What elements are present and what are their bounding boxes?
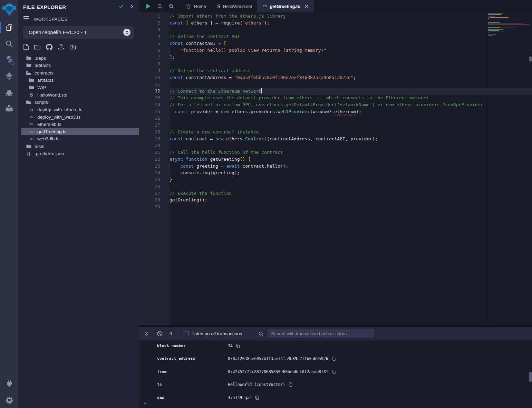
chevron-right-icon[interactable] — [129, 4, 134, 10]
line-number: 1 — [139, 13, 170, 20]
new-file-icon[interactable] — [23, 43, 29, 50]
code-line-29 — [170, 204, 532, 211]
workspace-select[interactable]: OpenZeppelin ERC20 - 1 — [23, 26, 134, 39]
folder-icon — [28, 78, 35, 82]
workspace-selected-value: OpenZeppelin ERC20 - 1 — [29, 29, 123, 35]
tree-item-getgreeting-ts[interactable]: TSgetGreeting.ts — [21, 128, 139, 135]
copy-icon[interactable] — [236, 344, 240, 348]
code-line-22: async function getGreeting() { — [170, 157, 532, 163]
activity-search[interactable] — [0, 36, 18, 52]
tree-item-artifacts[interactable]: artifacts — [21, 62, 139, 69]
run-script-button[interactable] — [145, 3, 151, 9]
code-line-23: const greeting = await contract.hello(); — [170, 163, 532, 170]
activity-solidity-compiler[interactable] — [0, 52, 18, 68]
ethereum-icon — [5, 72, 13, 81]
tree-item-ethers-lib-ts[interactable]: TSethers-lib.ts — [21, 121, 139, 128]
typescript-file-icon: TS — [28, 108, 35, 111]
editor-minimap[interactable] — [488, 12, 529, 325]
terminal-row-value: 0x42452c22c88178685850e68beb6cf0f2aeab8f… — [228, 369, 336, 374]
activity-settings[interactable] — [0, 392, 18, 408]
tree-item-wip[interactable]: WIP — [21, 84, 139, 91]
typescript-file-icon: TS — [28, 122, 35, 126]
code-editor[interactable]: 1234567891011121314151617181920212223242… — [139, 12, 532, 325]
line-number: 13 — [139, 95, 170, 102]
terminal-prompt: > — [144, 401, 146, 406]
terminal-search-input[interactable] — [268, 329, 374, 338]
copy-icon[interactable] — [255, 395, 259, 400]
tree-item-helloworld-sol[interactable]: SHelloWorld.sol — [21, 91, 139, 98]
typescript-file-icon: TS — [263, 4, 267, 8]
folder-open-icon — [25, 100, 32, 105]
plug-icon — [5, 380, 13, 388]
file-tree: .depsartifactscontractsartifactsWIPSHell… — [18, 52, 139, 157]
tree-item-label: deploy_with_ethers.ts — [37, 107, 83, 112]
chevrons-down-icon[interactable] — [144, 331, 149, 337]
terminal-row-to: toHelloWorld.(constructor) — [157, 382, 532, 395]
activity-file-explorer[interactable] — [0, 19, 18, 36]
code-line-4: // Define the contract ABI — [170, 34, 532, 41]
terminal-row-label: from — [157, 369, 228, 374]
tree-item-deploy-with-web3-ts[interactable]: TSdeploy_with_web3.ts — [21, 113, 139, 120]
tree-item-label: artifacts — [35, 63, 51, 68]
line-number: 9 — [139, 68, 170, 75]
upload-folder-icon[interactable] — [69, 44, 76, 50]
solidity-file-icon: S — [217, 4, 220, 9]
activity-unit-testing[interactable] — [0, 100, 18, 117]
typescript-file-icon: TS — [28, 115, 35, 119]
github-icon[interactable] — [46, 43, 53, 50]
code-line-8 — [170, 61, 532, 68]
code-line-14: // For a testnet or custom RPC, use ethe… — [170, 102, 532, 109]
clear-console-icon[interactable] — [157, 331, 163, 337]
copy-icon[interactable] — [288, 382, 293, 387]
zoom-out-icon[interactable] — [157, 3, 163, 9]
activity-debugger[interactable] — [0, 84, 18, 100]
line-number: 18 — [139, 129, 170, 136]
main-area: HomeSHelloWorld.solTSgetGreeting.ts 1234… — [139, 0, 532, 408]
tab-helloworld-sol[interactable]: SHelloWorld.sol — [212, 0, 258, 12]
terminal-body[interactable]: block number34contract address0x8a120383… — [139, 340, 532, 408]
tab-getgreeting-ts[interactable]: TSgetGreeting.ts — [257, 0, 314, 12]
copy-icon[interactable] — [331, 369, 336, 374]
listen-transactions-checkbox[interactable] — [184, 331, 189, 336]
tree-item-contracts[interactable]: contracts — [21, 69, 139, 77]
terminal-row-value: HelloWorld.(constructor) — [228, 382, 293, 387]
tree-item-label: .prettierrc.json — [35, 151, 64, 156]
tree-item-label: deploy_with_web3.ts — [37, 115, 80, 120]
tree-item--prettierrc-json[interactable]: { }.prettierrc.json — [21, 150, 139, 157]
tree-item-deploy-with-ethers-ts[interactable]: TSdeploy_with_ethers.ts — [21, 106, 139, 113]
tree-item-artifacts[interactable]: artifacts — [21, 77, 139, 84]
line-number: 7 — [139, 54, 170, 61]
tree-item-tests[interactable]: tests — [21, 143, 139, 150]
terminal-row-gas: gas475149 gas — [157, 395, 532, 408]
workspace-select-arrows-icon — [123, 29, 130, 36]
folder-icon — [28, 85, 35, 90]
line-number: 29 — [139, 204, 170, 211]
activity-deploy-run[interactable] — [0, 68, 18, 84]
tab-home[interactable]: Home — [180, 0, 212, 12]
workspaces-menu-icon[interactable] — [23, 16, 29, 22]
line-number: 22 — [139, 157, 170, 163]
line-number: 17 — [139, 122, 170, 129]
zoom-in-icon[interactable] — [168, 3, 174, 9]
tree-item-scripts[interactable]: scripts — [21, 99, 139, 106]
line-number: 16 — [139, 116, 170, 122]
close-tab-icon[interactable] — [304, 4, 309, 8]
tree-item-label: .deps — [35, 56, 46, 61]
window-scrollbar-thumb[interactable] — [529, 56, 532, 62]
activity-plugin-manager[interactable] — [0, 376, 18, 392]
json-file-icon: { } — [25, 152, 32, 156]
copy-icon[interactable] — [331, 356, 336, 361]
tab-label: getGreeting.ts — [270, 4, 300, 9]
search-icon — [258, 331, 264, 337]
book-reader-icon — [5, 105, 13, 113]
tree-item-label: scripts — [35, 100, 48, 105]
code-line-12: // Connect to the Ethereum network — [170, 88, 532, 95]
code-line-2: const { ethers } = require('ethers'); — [170, 20, 532, 27]
terminal-row-from: from0x42452c22c88178685850e68beb6cf0f2ae… — [157, 369, 532, 382]
upload-file-icon[interactable] — [58, 43, 65, 50]
new-folder-icon[interactable] — [34, 44, 41, 50]
activity-remix-logo[interactable] — [0, 0, 18, 19]
terminal-scrollbar-thumb[interactable] — [529, 372, 532, 382]
tree-item-web3-lib-ts[interactable]: TSweb3-lib.ts — [21, 135, 139, 142]
tree-item--deps[interactable]: .deps — [21, 54, 139, 62]
